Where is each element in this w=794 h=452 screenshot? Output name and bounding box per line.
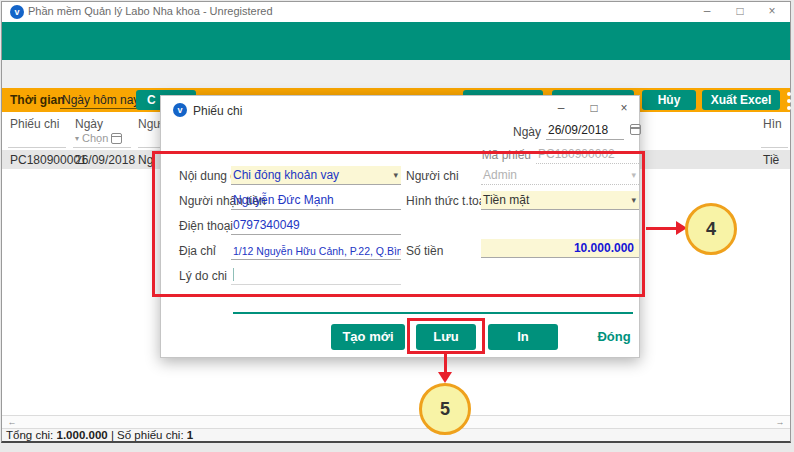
dialog-maximize-icon[interactable]: □: [585, 102, 603, 116]
dialog-minimize-icon[interactable]: –: [552, 102, 570, 116]
column-divider: [73, 147, 131, 148]
print-button[interactable]: In: [488, 324, 558, 350]
window-title: Phần mềm Quản lý Labo Nha khoa - Unregis…: [28, 5, 273, 17]
annotation-step-badge-5: 5: [419, 383, 471, 435]
column-header-method[interactable]: Hìn: [763, 117, 782, 131]
column-divider: [761, 147, 788, 148]
date-label: Ngày: [461, 125, 541, 139]
dialog-title: Phiếu chi: [193, 104, 242, 118]
annotation-arrowhead-5: [438, 372, 452, 383]
toolbar-kebab-icon[interactable]: [787, 92, 791, 110]
tab-bar: [2, 60, 790, 88]
column-header-voucher[interactable]: Phiếu chi: [10, 117, 59, 131]
app-header: [2, 22, 790, 60]
horizontal-scrollbar[interactable]: ← →: [2, 415, 790, 429]
annotation-step-badge-4: 4: [685, 203, 737, 255]
scroll-left-icon[interactable]: ←: [4, 416, 20, 428]
total-spent-label: Tổng chi:: [6, 429, 53, 441]
annotation-rectangle-save: [407, 318, 485, 354]
annotation-arrow-line-4: [646, 227, 678, 230]
voucher-count-label: Số phiếu chi:: [117, 429, 184, 441]
dialog-close-icon[interactable]: ×: [615, 102, 633, 116]
column-divider: [8, 147, 66, 148]
total-spent-value: 1.000.000: [57, 429, 108, 441]
close-dialog-button[interactable]: Đóng: [586, 329, 642, 344]
date-filter-label: Chọn: [82, 132, 108, 144]
column-header-date[interactable]: Ngày: [75, 117, 103, 131]
scroll-right-icon[interactable]: →: [772, 416, 788, 428]
calendar-icon[interactable]: [630, 124, 641, 135]
minimize-icon[interactable]: –: [698, 5, 716, 19]
close-icon[interactable]: ×: [763, 5, 781, 19]
column-header-receiver[interactable]: Ngư: [138, 117, 161, 131]
export-excel-button[interactable]: Xuất Excel: [702, 90, 780, 110]
status-separator: |: [111, 429, 114, 441]
time-filter-value: Ngày hôm nay: [62, 93, 139, 107]
dialog-logo-icon: v: [173, 103, 187, 117]
voucher-count-value: 1: [187, 429, 193, 441]
calendar-icon[interactable]: [111, 133, 122, 144]
annotation-arrow-line-5: [444, 354, 447, 374]
maximize-icon[interactable]: □: [731, 5, 749, 19]
app-logo-icon: v: [10, 5, 24, 19]
annotation-rectangle-form: [152, 151, 645, 297]
date-input[interactable]: 26/09/2018: [546, 121, 624, 140]
date-filter-control[interactable]: ▾ Chọn: [75, 132, 122, 144]
status-bar: Tổng chi: 1.000.000 | Số phiếu chi: 1: [2, 429, 790, 441]
time-filter-label: Thời gian: [10, 93, 65, 107]
row-method: Tiề: [763, 153, 779, 167]
cancel-button[interactable]: Hủy: [642, 90, 696, 110]
create-new-button[interactable]: Tạo mới: [331, 324, 405, 350]
dialog-divider: [233, 312, 633, 314]
chevron-down-icon: ▾: [75, 134, 79, 143]
row-date: 26/09/2018: [75, 153, 135, 167]
